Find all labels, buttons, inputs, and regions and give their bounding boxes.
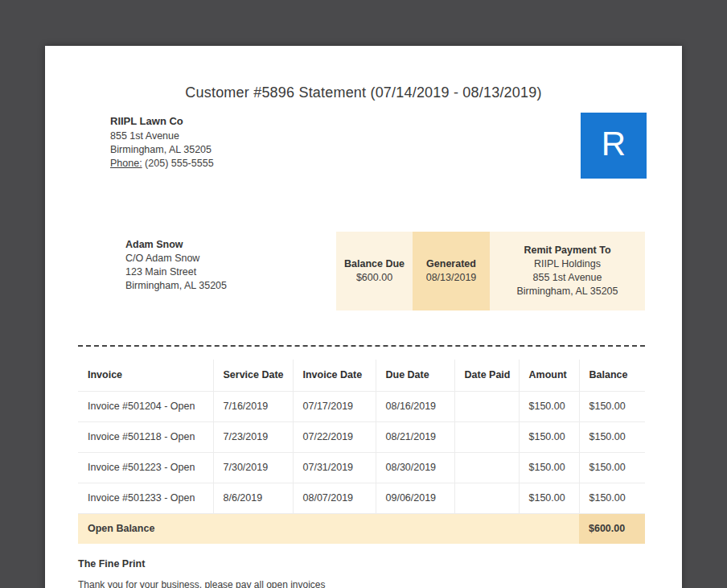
company-name: RIIPL Lawn Co [110,114,214,128]
fine-print-text: Thank you for your business, please pay … [78,579,326,588]
phone-number: (205) 555-5555 [145,158,213,169]
balance-due-label: Balance Due [344,257,405,271]
cell-invoice-date: 07/22/2019 [293,422,376,453]
cell-due-date: 08/30/2019 [376,453,454,483]
invoice-table: Invoice Service Date Invoice Date Due Da… [78,360,645,544]
table-row: Invoice #501218 - Open 7/23/2019 07/22/2… [78,422,645,453]
cell-due-date: 09/06/2019 [376,483,454,514]
remit-name: RIIPL Holdings [534,257,601,271]
balance-due-amount: $600.00 [356,271,392,285]
company-phone-line: Phone: (205) 555-5555 [110,157,214,171]
cell-service-date: 7/23/2019 [213,422,293,453]
cell-invoice-date: 08/07/2019 [293,483,376,514]
company-logo: R [581,113,647,179]
col-header-balance: Balance [579,360,645,392]
table-row: Invoice #501204 - Open 7/16/2019 07/17/2… [78,392,645,422]
col-header-invoice: Invoice [78,360,213,392]
col-header-invoice-date: Invoice Date [293,360,376,392]
statement-title: Customer #5896 Statement (07/14/2019 - 0… [45,84,682,101]
open-balance-total: $600.00 [579,514,645,545]
cell-balance: $150.00 [579,453,645,483]
cell-due-date: 08/16/2019 [376,392,454,422]
cell-invoice: Invoice #501218 - Open [78,422,213,453]
col-header-service-date: Service Date [213,360,293,392]
remit-address-line2: Birmingham, AL 35205 [516,285,618,298]
phone-label: Phone: [110,158,142,169]
col-header-date-paid: Date Paid [454,360,519,392]
cell-invoice: Invoice #501223 - Open [78,453,213,483]
remit-payment-cell: Remit Payment To RIIPL Holdings 855 1st … [490,232,645,310]
cell-due-date: 08/21/2019 [376,422,454,453]
customer-address-line1: 123 Main Street [125,265,227,279]
remit-address-line1: 855 1st Avenue [533,271,602,285]
table-row: Invoice #501233 - Open 8/6/2019 08/07/20… [78,483,645,514]
generated-date: 08/13/2019 [426,271,477,285]
logo-letter: R [602,125,626,167]
company-address-line1: 855 1st Avenue [110,130,214,143]
cell-date-paid [454,483,519,514]
cell-amount: $150.00 [519,392,579,422]
invoice-table-container: Invoice Service Date Invoice Date Due Da… [78,360,645,544]
remit-label: Remit Payment To [524,244,610,257]
summary-box: Balance Due $600.00 Generated 08/13/2019… [336,232,645,310]
cell-balance: $150.00 [579,483,645,514]
cell-balance: $150.00 [579,392,645,422]
cell-date-paid [454,392,519,422]
customer-care-of: C/O Adam Snow [125,252,227,265]
customer-name: Adam Snow [125,238,227,252]
company-info: RIIPL Lawn Co 855 1st Avenue Birmingham,… [110,114,214,171]
cell-date-paid [454,453,519,483]
col-header-due-date: Due Date [376,360,454,392]
cell-amount: $150.00 [519,453,579,483]
cell-invoice: Invoice #501204 - Open [78,392,213,422]
cell-date-paid [454,422,519,453]
cell-balance: $150.00 [579,422,645,453]
cell-service-date: 8/6/2019 [213,483,293,514]
dashed-divider [78,345,645,347]
cell-amount: $150.00 [519,422,579,453]
generated-cell: Generated 08/13/2019 [413,232,490,310]
generated-label: Generated [426,257,476,271]
fine-print-heading: The Fine Print [78,558,145,569]
cell-amount: $150.00 [519,483,579,514]
cell-invoice-date: 07/31/2019 [293,453,376,483]
company-address-line2: Birmingham, AL 35205 [110,143,214,157]
cell-invoice-date: 07/17/2019 [293,392,376,422]
statement-page: Customer #5896 Statement (07/14/2019 - 0… [45,46,682,588]
customer-info: Adam Snow C/O Adam Snow 123 Main Street … [125,238,227,293]
customer-address-line2: Birmingham, AL 35205 [125,279,227,293]
balance-due-cell: Balance Due $600.00 [336,232,413,310]
cell-service-date: 7/16/2019 [213,392,293,422]
table-header-row: Invoice Service Date Invoice Date Due Da… [78,360,645,392]
table-row: Invoice #501223 - Open 7/30/2019 07/31/2… [78,453,645,483]
viewer-background: { "statement": { "title": "Customer #589… [0,0,727,588]
cell-invoice: Invoice #501233 - Open [78,483,213,514]
open-balance-row: Open Balance $600.00 [78,514,645,545]
cell-service-date: 7/30/2019 [213,453,293,483]
open-balance-label: Open Balance [78,514,579,545]
col-header-amount: Amount [519,360,579,392]
